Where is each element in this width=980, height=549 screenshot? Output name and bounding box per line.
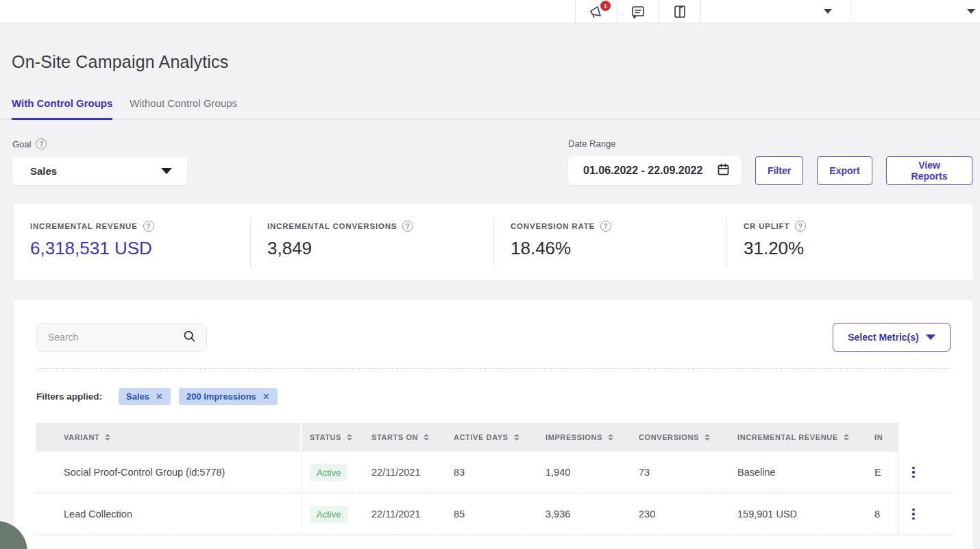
cell-variant: Lead Collection <box>36 493 302 535</box>
status-badge: Active <box>310 506 347 523</box>
top-bar: 1 <box>0 0 980 23</box>
cell-impressions: 1,940 <box>537 467 630 478</box>
stat-value: 6,318,531 USD <box>30 238 250 259</box>
sort-icon <box>844 434 849 441</box>
cell-impressions: 3,936 <box>537 509 630 520</box>
stat-label: CONVERSION RATE <box>511 222 595 230</box>
divider <box>36 368 951 369</box>
stat-value: 18.46% <box>511 238 726 259</box>
goal-label: Goal ? <box>12 138 187 149</box>
column-header-incremental-revenue[interactable]: Incremental Revenue <box>729 423 866 452</box>
column-header-starts-on[interactable]: Starts On <box>363 423 445 452</box>
campaigns-table-panel: Select Metric(s) Filters applied: Sales … <box>14 300 973 549</box>
column-header-conversions[interactable]: Conversions <box>630 423 729 452</box>
open-book-icon <box>672 3 688 20</box>
cell-incremental-revenue: 159,901 USD <box>729 509 866 520</box>
cell-conversions: 73 <box>630 467 729 478</box>
date-range-value: 01.06.2022 - 22.09.2022 <box>583 164 702 177</box>
stat-incremental-conversions: INCREMENTAL CONVERSIONS ? 3,849 <box>250 218 493 266</box>
dropdown-caret-icon <box>161 168 172 174</box>
date-range-input[interactable]: 01.06.2022 - 22.09.2022 <box>568 156 742 185</box>
column-header-active-days[interactable]: Active Days <box>445 423 537 452</box>
help-icon[interactable]: ? <box>795 221 806 232</box>
stat-value: 3,849 <box>267 238 493 259</box>
controls-row: Goal ? Sales Date Range 01.06.2022 - 22.… <box>12 138 972 185</box>
chevron-down-icon <box>824 9 832 14</box>
filter-chip-sales[interactable]: Sales ✕ <box>119 388 171 405</box>
dropdown-caret-icon <box>926 334 935 340</box>
search-icon[interactable] <box>182 329 197 346</box>
cell-truncated: E <box>866 467 898 478</box>
cell-conversions: 230 <box>630 509 729 520</box>
help-icon[interactable]: ? <box>36 138 47 149</box>
filters-applied-label: Filters applied: <box>36 391 102 402</box>
column-header-impressions[interactable]: Impressions <box>537 423 630 452</box>
search-box <box>36 323 207 352</box>
select-metrics-button[interactable]: Select Metric(s) <box>833 323 951 352</box>
stat-label: INCREMENTAL CONVERSIONS <box>267 222 397 230</box>
goal-value: Sales <box>30 165 57 177</box>
column-header-truncated[interactable]: In <box>866 423 898 452</box>
goal-group: Goal ? Sales <box>12 138 187 185</box>
stat-value: 31.20% <box>744 238 973 259</box>
stat-incremental-revenue: INCREMENTAL REVENUE ? 6,318,531 USD <box>14 218 250 266</box>
cell-status: Active <box>302 464 363 481</box>
tab-without-control-groups[interactable]: Without Control Groups <box>130 97 237 119</box>
column-header-status[interactable]: Status <box>302 423 363 452</box>
variants-table: Variant Status Starts On Active Days Imp… <box>36 423 951 535</box>
table-row[interactable]: Social Proof-Control Group (id:5778) Act… <box>36 452 951 493</box>
row-actions-kebab-icon[interactable] <box>909 506 918 523</box>
sort-icon <box>705 434 710 441</box>
stat-label: CR UPLIFT <box>744 222 789 230</box>
chip-close-icon[interactable]: ✕ <box>156 391 163 402</box>
tab-bar: With Control Groups Without Control Grou… <box>0 97 980 120</box>
view-reports-button[interactable]: View Reports <box>886 156 972 185</box>
notification-badge: 1 <box>600 1 611 11</box>
page-title: On-Site Campaign Analytics <box>12 52 980 72</box>
cell-active-days: 85 <box>445 509 537 520</box>
announcements-button[interactable]: 1 <box>575 0 617 23</box>
sort-icon <box>514 434 519 441</box>
chevron-down-icon <box>967 9 975 14</box>
table-header-row: Variant Status Starts On Active Days Imp… <box>36 423 951 452</box>
cell-status: Active <box>302 506 363 523</box>
cell-incremental-revenue: Baseline <box>729 467 866 478</box>
filter-button[interactable]: Filter <box>755 156 803 185</box>
stats-card: INCREMENTAL REVENUE ? 6,318,531 USD INCR… <box>14 204 973 280</box>
stat-conversion-rate: CONVERSION RATE ? 18.46% <box>493 218 726 266</box>
user-dropdown[interactable] <box>850 0 980 23</box>
status-badge: Active <box>310 464 347 481</box>
export-button[interactable]: Export <box>817 156 872 185</box>
docs-button[interactable] <box>659 0 700 23</box>
stat-cr-uplift: CR UPLIFT ? 31.20% <box>726 218 973 266</box>
cell-starts-on: 22/11/2021 <box>363 509 445 520</box>
sort-icon <box>347 434 352 441</box>
row-actions-kebab-icon[interactable] <box>909 464 918 481</box>
filter-chip-impressions[interactable]: 200 Impressions ✕ <box>179 388 278 405</box>
account-dropdown[interactable] <box>700 0 850 23</box>
feedback-button[interactable] <box>617 0 659 23</box>
cell-starts-on: 22/11/2021 <box>363 467 445 478</box>
chat-message-icon <box>630 3 646 20</box>
help-icon[interactable]: ? <box>143 221 154 232</box>
search-input[interactable] <box>48 332 182 343</box>
chip-close-icon[interactable]: ✕ <box>262 391 270 402</box>
cell-active-days: 83 <box>445 467 537 478</box>
calendar-icon <box>716 162 731 180</box>
sort-icon <box>105 434 110 441</box>
sort-icon <box>424 434 429 441</box>
goal-select[interactable]: Sales <box>12 157 187 185</box>
cell-variant: Social Proof-Control Group (id:5778) <box>36 452 302 493</box>
sort-icon <box>608 434 613 441</box>
date-range-group: Date Range 01.06.2022 - 22.09.2022 <box>568 138 742 185</box>
cell-truncated: 8 <box>866 509 898 520</box>
table-row[interactable]: Lead Collection Active 22/11/2021 85 3,9… <box>36 493 951 535</box>
filters-applied-row: Filters applied: Sales ✕ 200 Impressions… <box>36 388 951 405</box>
column-header-variant[interactable]: Variant <box>36 423 302 452</box>
help-icon[interactable]: ? <box>402 221 413 232</box>
column-header-actions <box>898 423 951 452</box>
tab-with-control-groups[interactable]: With Control Groups <box>12 97 112 119</box>
right-controls: Date Range 01.06.2022 - 22.09.2022 Filte… <box>568 138 972 185</box>
help-icon[interactable]: ? <box>600 221 611 232</box>
stat-label: INCREMENTAL REVENUE <box>30 222 138 230</box>
